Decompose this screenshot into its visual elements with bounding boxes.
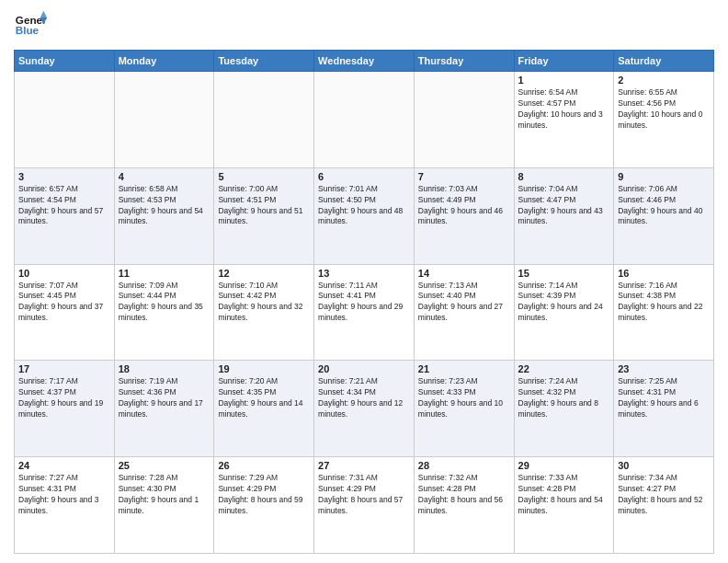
- day-info: Sunrise: 7:04 AMSunset: 4:47 PMDaylight:…: [518, 184, 610, 228]
- day-number: 22: [518, 363, 610, 374]
- day-number: 28: [418, 460, 510, 471]
- day-cell: [214, 72, 314, 168]
- day-info: Sunrise: 7:17 AMSunset: 4:37 PMDaylight:…: [18, 376, 110, 420]
- day-cell: 23Sunrise: 7:25 AMSunset: 4:31 PMDayligh…: [614, 361, 714, 457]
- day-number: 6: [318, 171, 410, 182]
- day-cell: 5Sunrise: 7:00 AMSunset: 4:51 PMDaylight…: [214, 167, 314, 264]
- calendar-header-row: SundayMondayTuesdayWednesdayThursdayFrid…: [15, 51, 714, 72]
- day-number: 17: [18, 363, 110, 374]
- day-cell: 10Sunrise: 7:07 AMSunset: 4:45 PMDayligh…: [15, 264, 115, 361]
- day-cell: [414, 72, 514, 168]
- day-number: 3: [18, 171, 110, 182]
- day-info: Sunrise: 7:10 AMSunset: 4:42 PMDaylight:…: [218, 281, 310, 325]
- day-info: Sunrise: 7:07 AMSunset: 4:45 PMDaylight:…: [18, 281, 110, 325]
- day-info: Sunrise: 6:55 AMSunset: 4:56 PMDaylight:…: [618, 87, 710, 132]
- week-row-5: 24Sunrise: 7:27 AMSunset: 4:31 PMDayligh…: [15, 457, 714, 554]
- day-info: Sunrise: 6:58 AMSunset: 4:53 PMDaylight:…: [119, 184, 210, 228]
- day-info: Sunrise: 7:06 AMSunset: 4:46 PMDaylight:…: [618, 184, 710, 228]
- week-row-3: 10Sunrise: 7:07 AMSunset: 4:45 PMDayligh…: [15, 264, 714, 361]
- day-number: 4: [119, 171, 210, 182]
- day-info: Sunrise: 7:03 AMSunset: 4:49 PMDaylight:…: [418, 184, 510, 228]
- day-info: Sunrise: 7:27 AMSunset: 4:31 PMDaylight:…: [18, 473, 110, 517]
- logo-area: General Blue: [14, 9, 51, 42]
- day-cell: 6Sunrise: 7:01 AMSunset: 4:50 PMDaylight…: [314, 167, 415, 264]
- weekday-header-friday: Friday: [514, 51, 614, 72]
- weekday-header-tuesday: Tuesday: [214, 51, 314, 72]
- day-cell: 24Sunrise: 7:27 AMSunset: 4:31 PMDayligh…: [15, 457, 115, 554]
- weekday-header-saturday: Saturday: [614, 51, 714, 72]
- day-cell: 15Sunrise: 7:14 AMSunset: 4:39 PMDayligh…: [514, 264, 614, 361]
- day-info: Sunrise: 7:19 AMSunset: 4:36 PMDaylight:…: [119, 376, 210, 420]
- day-info: Sunrise: 7:24 AMSunset: 4:32 PMDaylight:…: [518, 376, 610, 420]
- day-info: Sunrise: 7:09 AMSunset: 4:44 PMDaylight:…: [119, 281, 210, 325]
- day-number: 13: [318, 268, 410, 279]
- day-number: 1: [518, 75, 610, 86]
- day-info: Sunrise: 7:29 AMSunset: 4:29 PMDaylight:…: [218, 473, 310, 517]
- day-info: Sunrise: 7:34 AMSunset: 4:27 PMDaylight:…: [618, 473, 710, 517]
- day-number: 23: [618, 363, 710, 374]
- weekday-header-wednesday: Wednesday: [314, 51, 415, 72]
- week-row-4: 17Sunrise: 7:17 AMSunset: 4:37 PMDayligh…: [15, 361, 714, 457]
- day-cell: 3Sunrise: 6:57 AMSunset: 4:54 PMDaylight…: [15, 167, 115, 264]
- day-number: 8: [518, 171, 610, 182]
- day-cell: 18Sunrise: 7:19 AMSunset: 4:36 PMDayligh…: [114, 361, 214, 457]
- day-cell: 2Sunrise: 6:55 AMSunset: 4:56 PMDaylight…: [614, 72, 714, 168]
- week-row-1: 1Sunrise: 6:54 AMSunset: 4:57 PMDaylight…: [15, 72, 714, 168]
- day-cell: 29Sunrise: 7:33 AMSunset: 4:28 PMDayligh…: [514, 457, 614, 554]
- day-cell: 19Sunrise: 7:20 AMSunset: 4:35 PMDayligh…: [214, 361, 314, 457]
- day-number: 24: [18, 460, 110, 471]
- weekday-header-thursday: Thursday: [414, 51, 514, 72]
- day-number: 29: [518, 460, 610, 471]
- day-number: 5: [218, 171, 310, 182]
- day-info: Sunrise: 7:21 AMSunset: 4:34 PMDaylight:…: [318, 376, 410, 420]
- day-cell: 28Sunrise: 7:32 AMSunset: 4:28 PMDayligh…: [414, 457, 514, 554]
- day-cell: 26Sunrise: 7:29 AMSunset: 4:29 PMDayligh…: [214, 457, 314, 554]
- day-info: Sunrise: 6:54 AMSunset: 4:57 PMDaylight:…: [518, 87, 610, 132]
- day-number: 9: [618, 171, 710, 182]
- day-cell: 12Sunrise: 7:10 AMSunset: 4:42 PMDayligh…: [214, 264, 314, 361]
- weekday-header-monday: Monday: [114, 51, 214, 72]
- day-cell: [114, 72, 214, 168]
- day-number: 18: [119, 363, 210, 374]
- week-row-2: 3Sunrise: 6:57 AMSunset: 4:54 PMDaylight…: [15, 167, 714, 264]
- page: General Blue SundayMondayTuesdayWednesda…: [0, 0, 728, 563]
- day-cell: 13Sunrise: 7:11 AMSunset: 4:41 PMDayligh…: [314, 264, 415, 361]
- day-info: Sunrise: 7:14 AMSunset: 4:39 PMDaylight:…: [518, 281, 610, 325]
- day-number: 2: [618, 75, 710, 86]
- day-info: Sunrise: 7:28 AMSunset: 4:30 PMDaylight:…: [119, 473, 210, 517]
- header: General Blue: [14, 9, 714, 42]
- day-number: 26: [218, 460, 310, 471]
- day-cell: 27Sunrise: 7:31 AMSunset: 4:29 PMDayligh…: [314, 457, 415, 554]
- day-cell: 30Sunrise: 7:34 AMSunset: 4:27 PMDayligh…: [614, 457, 714, 554]
- day-cell: 1Sunrise: 6:54 AMSunset: 4:57 PMDaylight…: [514, 72, 614, 168]
- day-cell: 11Sunrise: 7:09 AMSunset: 4:44 PMDayligh…: [114, 264, 214, 361]
- day-info: Sunrise: 6:57 AMSunset: 4:54 PMDaylight:…: [18, 184, 110, 228]
- calendar-table: SundayMondayTuesdayWednesdayThursdayFrid…: [14, 50, 714, 554]
- day-cell: 9Sunrise: 7:06 AMSunset: 4:46 PMDaylight…: [614, 167, 714, 264]
- day-info: Sunrise: 7:13 AMSunset: 4:40 PMDaylight:…: [418, 281, 510, 325]
- day-cell: [15, 72, 115, 168]
- day-cell: 21Sunrise: 7:23 AMSunset: 4:33 PMDayligh…: [414, 361, 514, 457]
- day-number: 25: [119, 460, 210, 471]
- day-cell: 4Sunrise: 6:58 AMSunset: 4:53 PMDaylight…: [114, 167, 214, 264]
- day-number: 12: [218, 268, 310, 279]
- day-number: 7: [418, 171, 510, 182]
- day-info: Sunrise: 7:11 AMSunset: 4:41 PMDaylight:…: [318, 281, 410, 325]
- day-info: Sunrise: 7:00 AMSunset: 4:51 PMDaylight:…: [218, 184, 310, 228]
- day-number: 20: [318, 363, 410, 374]
- day-number: 21: [418, 363, 510, 374]
- day-number: 15: [518, 268, 610, 279]
- weekday-header-sunday: Sunday: [15, 51, 115, 72]
- day-number: 14: [418, 268, 510, 279]
- day-number: 16: [618, 268, 710, 279]
- day-cell: 20Sunrise: 7:21 AMSunset: 4:34 PMDayligh…: [314, 361, 415, 457]
- day-info: Sunrise: 7:01 AMSunset: 4:50 PMDaylight:…: [318, 184, 410, 228]
- svg-text:Blue: Blue: [16, 24, 40, 36]
- day-cell: 14Sunrise: 7:13 AMSunset: 4:40 PMDayligh…: [414, 264, 514, 361]
- day-cell: 8Sunrise: 7:04 AMSunset: 4:47 PMDaylight…: [514, 167, 614, 264]
- day-info: Sunrise: 7:20 AMSunset: 4:35 PMDaylight:…: [218, 376, 310, 420]
- day-number: 11: [119, 268, 210, 279]
- day-info: Sunrise: 7:33 AMSunset: 4:28 PMDaylight:…: [518, 473, 610, 517]
- day-cell: 22Sunrise: 7:24 AMSunset: 4:32 PMDayligh…: [514, 361, 614, 457]
- day-info: Sunrise: 7:16 AMSunset: 4:38 PMDaylight:…: [618, 281, 710, 325]
